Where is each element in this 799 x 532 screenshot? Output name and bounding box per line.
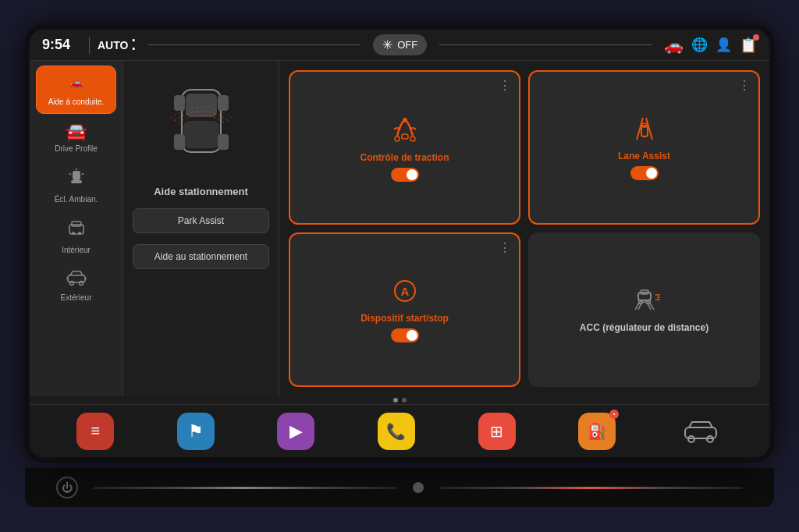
dot-2 xyxy=(402,398,407,403)
status-bar: 9:54 AUTO ⁚ ✳ OFF 🚗 🌐 👤 📋 xyxy=(30,30,769,61)
sidebar-label-exterieur: Extérieur xyxy=(60,293,91,303)
globe-icon[interactable]: 🌐 xyxy=(691,37,708,53)
svg-rect-24 xyxy=(402,134,408,139)
main-content: 🚗 Aide à conduite. 🚘 Drive Profile xyxy=(30,61,769,396)
svg-point-26 xyxy=(410,137,415,141)
aide-conduite-icon: 🚗 xyxy=(66,73,87,95)
play-icon: ▶ xyxy=(289,421,303,442)
power-icon: ⏻ xyxy=(62,481,73,494)
startstop-icon: A xyxy=(389,277,421,308)
svg-line-5 xyxy=(69,173,71,175)
svg-line-6 xyxy=(82,173,83,175)
sidebar-item-interieur[interactable]: Intérieur xyxy=(36,212,116,261)
drive-profile-icon: 🚘 xyxy=(66,122,87,142)
startstop-more-icon[interactable]: ⋮ xyxy=(499,240,511,255)
dot-1 xyxy=(393,398,398,403)
exterieur-icon xyxy=(66,269,87,291)
traction-label: Contrôle de traction xyxy=(360,152,449,163)
svg-rect-15 xyxy=(84,277,87,280)
svg-rect-22 xyxy=(218,134,229,150)
interieur-icon xyxy=(66,218,87,243)
sidebar-label-drive: Drive Profile xyxy=(55,144,97,154)
svg-point-12 xyxy=(69,282,73,286)
svg-text:A: A xyxy=(400,285,409,298)
sidebar-item-ecl-ambian[interactable]: Écl. Ambian. xyxy=(36,161,116,211)
app-bar: ≡ ⚑ ▶ 📞 ⊞ ⛽ • xyxy=(30,404,769,457)
traction-card[interactable]: ⋮ Contrôle de traction xyxy=(289,70,520,225)
grid-app-btn[interactable]: ⊞ xyxy=(478,413,516,450)
lane-toggle[interactable] xyxy=(630,166,659,180)
colon-dots: ⁚ xyxy=(131,37,136,54)
car-app-btn[interactable] xyxy=(679,413,723,450)
park-assist-btn[interactable]: Park Assist xyxy=(133,208,269,233)
aide-stationnement-btn[interactable]: Aide au stationnement xyxy=(133,244,269,269)
traction-toggle[interactable] xyxy=(391,168,419,182)
fuel-app-btn[interactable]: ⛽ • xyxy=(578,413,616,450)
sidebar-label-ecl: Écl. Ambian. xyxy=(55,195,98,204)
sidebar-label-interieur: Intérieur xyxy=(62,246,91,255)
feature-grid: ⋮ Contrôle de traction xyxy=(279,61,769,396)
phone-app-btn[interactable]: 📞 xyxy=(378,413,415,450)
sidebar-item-exterieur[interactable]: Extérieur xyxy=(36,263,116,309)
power-button[interactable]: ⏻ xyxy=(56,477,78,498)
svg-rect-19 xyxy=(174,95,185,111)
svg-point-23 xyxy=(403,118,407,122)
notification-badge-dot xyxy=(753,34,759,41)
lane-card[interactable]: ⋮ Lane Assist xyxy=(528,70,760,225)
svg-point-10 xyxy=(78,232,81,235)
acc-label: ACC (régulateur de distance) xyxy=(580,322,708,333)
svg-rect-3 xyxy=(71,180,82,183)
sidebar-item-drive-profile[interactable]: 🚘 Drive Profile xyxy=(36,115,116,160)
divider xyxy=(89,37,90,54)
grid-icon: ⊞ xyxy=(490,422,503,441)
acc-icon xyxy=(627,286,662,317)
infotainment-screen: 9:54 AUTO ⁚ ✳ OFF 🚗 🌐 👤 📋 xyxy=(30,30,769,457)
physical-controls: ⏻ xyxy=(25,468,774,507)
fuel-dot: • xyxy=(609,410,619,419)
svg-text:🚗: 🚗 xyxy=(70,76,83,89)
startstop-label: Dispositif start/stop xyxy=(360,313,449,324)
svg-rect-20 xyxy=(218,95,229,111)
sidebar-item-aide-conduite[interactable]: 🚗 Aide à conduite. xyxy=(36,66,116,114)
menu-notification[interactable]: 📋 xyxy=(740,37,757,54)
middle-panel: Aide stationnement Park Assist Aide au s… xyxy=(123,61,279,396)
dash-left xyxy=(148,44,360,45)
slider-control-2[interactable] xyxy=(439,487,743,489)
traction-more-icon[interactable]: ⋮ xyxy=(499,78,511,93)
clock: 9:54 xyxy=(42,37,81,53)
startstop-card[interactable]: ⋮ A Dispositif start/stop xyxy=(289,232,520,387)
auto-mode[interactable]: AUTO ⁚ xyxy=(98,37,136,54)
dash-right xyxy=(439,44,652,45)
flag-icon: ⚑ xyxy=(188,421,204,442)
acc-card[interactable]: ACC (régulateur de distance) xyxy=(528,232,760,387)
svg-rect-8 xyxy=(72,222,81,226)
fuel-icon: ⛽ xyxy=(588,422,607,441)
svg-rect-17 xyxy=(186,94,217,117)
play-app-btn[interactable]: ▶ xyxy=(277,413,314,450)
car-illustration xyxy=(166,78,236,175)
svg-point-25 xyxy=(395,137,400,141)
home-icon: ≡ xyxy=(91,422,100,440)
sidebar-label-aide: Aide à conduite. xyxy=(48,98,105,107)
traction-icon xyxy=(389,114,421,147)
svg-point-9 xyxy=(72,232,75,235)
person-icon[interactable]: 👤 xyxy=(716,37,732,53)
aide-stationnement-title: Aide stationnement xyxy=(154,186,248,197)
home-app-btn[interactable]: ≡ xyxy=(76,413,114,450)
lane-more-icon[interactable]: ⋮ xyxy=(738,78,751,93)
car-top-icon[interactable]: 🚗 xyxy=(664,36,684,55)
flag-app-btn[interactable]: ⚑ xyxy=(177,413,215,450)
startstop-toggle[interactable] xyxy=(391,328,419,342)
slider-control[interactable] xyxy=(94,487,397,489)
fan-control[interactable]: ✳ OFF xyxy=(373,34,427,55)
sidebar: 🚗 Aide à conduite. 🚘 Drive Profile xyxy=(30,61,123,396)
volume-dot xyxy=(413,482,424,493)
fan-icon: ✳ xyxy=(382,37,392,52)
svg-rect-14 xyxy=(66,277,69,280)
phone-icon: 📞 xyxy=(386,422,406,441)
screen-bezel: 9:54 AUTO ⁚ ✳ OFF 🚗 🌐 👤 📋 xyxy=(25,25,774,462)
svg-rect-21 xyxy=(174,134,185,150)
svg-rect-2 xyxy=(73,171,80,180)
svg-point-13 xyxy=(79,282,83,286)
page-indicator xyxy=(30,396,769,404)
